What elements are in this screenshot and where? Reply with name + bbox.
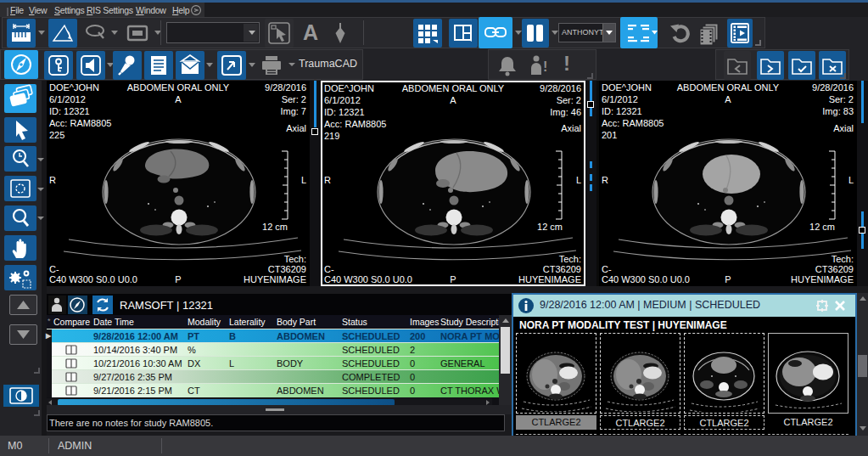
svg-text:!: !: [543, 59, 547, 74]
